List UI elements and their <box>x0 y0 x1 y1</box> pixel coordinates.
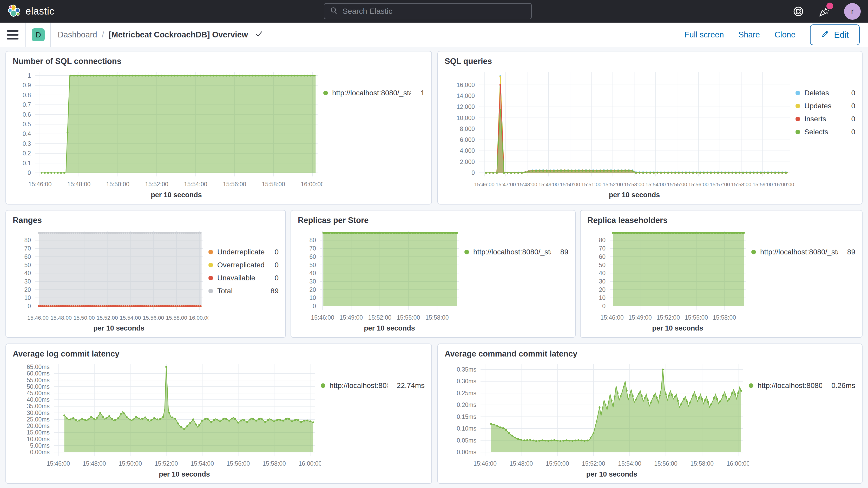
svg-text:0: 0 <box>28 303 31 309</box>
search-input[interactable] <box>343 7 526 16</box>
svg-text:0.3: 0.3 <box>23 140 31 147</box>
svg-text:0.30ms: 0.30ms <box>457 378 476 385</box>
legend-dot <box>796 91 800 95</box>
svg-text:15:49:00: 15:49:00 <box>628 314 652 321</box>
svg-text:15:52:00: 15:52:00 <box>97 315 118 321</box>
legend-dot <box>749 383 753 388</box>
breadcrumb-dashboard[interactable]: Dashboard <box>58 30 97 39</box>
svg-text:0.15ms: 0.15ms <box>457 414 476 420</box>
chart-legend: Underreplicated0Overreplicated0Unavailab… <box>209 225 279 332</box>
svg-text:0.20ms: 0.20ms <box>457 401 476 408</box>
x-axis-title: per 10 seconds <box>586 470 638 478</box>
svg-text:15:52:00: 15:52:00 <box>155 460 178 467</box>
top-nav: elastic <box>0 0 868 23</box>
svg-text:60.00ms: 60.00ms <box>27 370 50 377</box>
panel-sql-connections: Number of SQL connections 00.10.20.30.40… <box>5 51 432 205</box>
menu-button[interactable] <box>0 23 26 47</box>
legend-label: http://localhost:8080/_sta... <box>473 248 551 256</box>
svg-text:15:50:00: 15:50:00 <box>106 181 129 188</box>
panel-title: Replica leaseholders <box>587 216 855 225</box>
panel-title: Average command commit latency <box>445 349 855 359</box>
svg-text:15:58:00: 15:58:00 <box>690 460 714 467</box>
legend-item[interactable]: Overreplicated0 <box>209 261 279 269</box>
svg-text:70: 70 <box>309 245 316 252</box>
legend-item[interactable]: Underreplicated0 <box>209 248 279 256</box>
svg-text:0.6: 0.6 <box>23 111 31 118</box>
dashboard-badge[interactable]: D <box>32 28 45 41</box>
x-axis-title: per 10 seconds <box>151 191 202 199</box>
legend-item[interactable]: Deletes0 <box>796 89 855 97</box>
legend-value: 0 <box>269 274 279 282</box>
legend-value: 0 <box>269 261 279 269</box>
user-avatar[interactable]: r <box>844 3 861 20</box>
legend-item[interactable]: http://localhost:8080/_sta...89 <box>464 248 568 256</box>
edit-button[interactable]: Edit <box>810 24 860 45</box>
y-axis-labels: 01020304050607080 <box>309 237 316 309</box>
svg-text:15:58:00: 15:58:00 <box>262 460 286 467</box>
legend-value: 0 <box>269 248 279 256</box>
x-axis-labels: 15:46:0015:49:0015:52:0015:55:0015:58:00 <box>311 314 448 321</box>
chart-legend: http://localhost:8080...0.26ms <box>749 359 855 478</box>
legend-item[interactable]: http://localhost:808...22.74ms <box>321 382 425 390</box>
svg-text:15:47:00: 15:47:00 <box>496 182 516 187</box>
panel-title: Replicas per Store <box>298 216 568 225</box>
legend-value: 0 <box>846 115 855 123</box>
legend-item[interactable]: http://localhost:8080/_sta...89 <box>751 248 855 256</box>
breadcrumb-separator: / <box>102 30 104 39</box>
svg-text:15:54:00: 15:54:00 <box>120 315 141 321</box>
hamburger-icon <box>7 30 19 32</box>
legend-item[interactable]: Total89 <box>209 287 279 295</box>
series-leaseholders <box>612 232 745 306</box>
panel-title: SQL queries <box>445 57 855 66</box>
clone-button[interactable]: Clone <box>774 30 796 39</box>
chart-svg: 00.10.20.30.40.50.60.70.80.9115:46:0015:… <box>13 66 323 199</box>
legend-dot <box>209 289 213 293</box>
svg-text:0.7: 0.7 <box>23 101 31 108</box>
svg-text:4,000: 4,000 <box>460 147 475 154</box>
chart-sql-connections: 00.10.20.30.40.50.60.70.80.9115:46:0015:… <box>13 66 323 199</box>
elastic-logo[interactable]: elastic <box>0 4 54 19</box>
svg-text:15:56:00: 15:56:00 <box>143 315 164 321</box>
svg-text:55.00ms: 55.00ms <box>27 377 50 384</box>
legend-item[interactable]: Unavailable0 <box>209 274 279 282</box>
legend-value: 89 <box>555 248 568 256</box>
breadcrumb: Dashboard / [Metricbeat CockroachDB] Ove… <box>51 29 264 40</box>
svg-text:30: 30 <box>309 278 316 285</box>
y-axis-labels: 01020304050607080 <box>599 237 606 309</box>
x-axis-labels: 15:46:0015:49:0015:52:0015:55:0015:58:00 <box>600 314 736 321</box>
legend-dot <box>464 250 469 254</box>
legend-dot <box>209 263 213 267</box>
x-axis-title: per 10 seconds <box>652 324 703 332</box>
fullscreen-button[interactable]: Full screen <box>684 30 724 39</box>
share-button[interactable]: Share <box>738 30 760 39</box>
news-icon[interactable] <box>818 5 831 18</box>
legend-item[interactable]: Selects0 <box>796 128 855 136</box>
panel-title: Average log commit latency <box>13 349 425 359</box>
svg-text:16:00:00: 16:00:00 <box>301 181 323 188</box>
y-axis-labels: 00.10.20.30.40.50.60.70.80.91 <box>23 72 31 176</box>
x-axis-title: per 10 seconds <box>159 470 210 478</box>
svg-text:15:49:00: 15:49:00 <box>340 314 363 321</box>
search-icon <box>330 6 338 16</box>
avatar-letter: r <box>851 6 854 16</box>
legend-label: Inserts <box>804 115 826 123</box>
y-axis-labels: 02,0004,0006,0008,00010,00012,00014,0001… <box>457 82 475 176</box>
help-icon[interactable] <box>792 5 805 18</box>
legend-item[interactable]: http://localhost:8080...0.26ms <box>749 382 855 390</box>
svg-text:15:46:00: 15:46:00 <box>600 314 624 321</box>
chart-replicas-per-store: 0102030405060708015:46:0015:49:0015:52:0… <box>298 225 464 332</box>
legend-label: Updates <box>804 102 831 110</box>
legend-item[interactable]: Inserts0 <box>796 115 855 123</box>
chart-avg-command-commit-latency: 0.00ms0.05ms0.10ms0.15ms0.20ms0.25ms0.30… <box>445 359 749 478</box>
legend-dot <box>796 130 800 134</box>
global-search[interactable] <box>324 3 532 19</box>
svg-text:15:49:00: 15:49:00 <box>538 182 559 187</box>
legend-label: Total <box>217 287 232 295</box>
x-axis-labels: 15:46:0015:48:0015:50:0015:52:0015:54:00… <box>473 460 749 467</box>
y-axis-labels: 0.00ms5.00ms10.00ms15.00ms20.00ms25.00ms… <box>27 364 50 456</box>
legend-item[interactable]: Updates0 <box>796 102 855 110</box>
svg-text:15:46:00: 15:46:00 <box>27 315 49 321</box>
legend-item[interactable]: http://localhost:8080/_stat...1 <box>323 89 425 97</box>
panel-title: Number of SQL connections <box>13 57 425 66</box>
legend-label: http://localhost:808... <box>330 382 388 390</box>
